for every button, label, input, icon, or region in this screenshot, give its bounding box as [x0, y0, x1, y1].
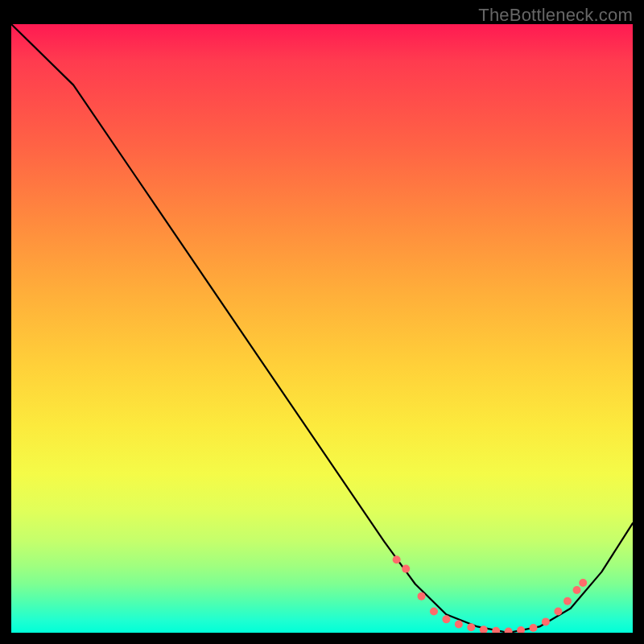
- marker-group: [393, 555, 588, 633]
- data-point-marker: [529, 624, 537, 632]
- data-point-marker: [430, 608, 438, 616]
- data-point-marker: [393, 555, 401, 564]
- data-point-marker: [517, 626, 525, 633]
- data-point-marker: [505, 627, 513, 633]
- curve-line: [11, 24, 633, 633]
- watermark-text: TheBottleneck.com: [478, 5, 633, 26]
- chart-area: [11, 24, 633, 633]
- chart-overlay: [11, 24, 633, 633]
- data-point-marker: [418, 592, 426, 601]
- data-point-marker: [542, 617, 550, 625]
- data-point-marker: [573, 586, 581, 594]
- data-point-marker: [554, 608, 562, 616]
- data-point-marker: [402, 565, 410, 573]
- data-point-marker: [579, 579, 587, 587]
- data-point-marker: [455, 620, 463, 628]
- data-point-marker: [564, 597, 572, 605]
- data-point-marker: [467, 623, 475, 631]
- data-point-marker: [442, 615, 450, 623]
- data-point-marker: [492, 627, 500, 633]
